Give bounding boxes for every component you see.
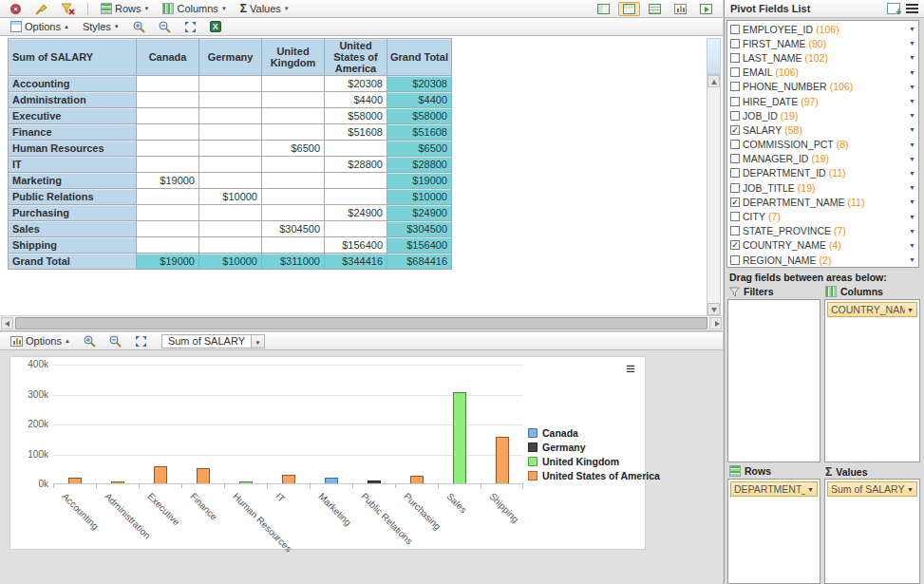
field-tag-dropdown-icon[interactable]: ▼	[807, 486, 814, 493]
field-dropdown-icon[interactable]: ▼	[909, 112, 915, 119]
pivot-row-header[interactable]: Administration	[9, 92, 137, 108]
field-row[interactable]: JOB_ID(19)▼	[727, 108, 918, 122]
field-row[interactable]: FIRST_NAME(90)▼	[727, 36, 918, 50]
field-tag[interactable]: COUNTRY_NAME▼	[827, 302, 917, 317]
pivot-row-header[interactable]: Accounting	[9, 76, 137, 92]
field-checkbox[interactable]	[730, 140, 740, 149]
field-checkbox[interactable]	[730, 82, 740, 91]
scroll-right-button[interactable]	[709, 317, 722, 330]
values-menu-button[interactable]: Σ Values ▼	[236, 0, 294, 17]
chart-zoom-in-button[interactable]	[79, 333, 101, 349]
field-row[interactable]: ✓SALARY(58)▼	[727, 122, 918, 137]
chart-zoom-out-button[interactable]	[104, 333, 126, 349]
field-checkbox[interactable]	[730, 168, 740, 178]
layout-horizontal-split-button[interactable]	[618, 2, 640, 16]
columns-drop-area[interactable]: COUNTRY_NAME▼	[824, 299, 920, 462]
zoom-out-button[interactable]	[154, 19, 176, 35]
field-row[interactable]: ✓COUNTRY_NAME(4)▼	[727, 238, 918, 253]
pivot-row-header[interactable]: Sales	[9, 221, 137, 237]
layout-chart-only-button[interactable]	[669, 2, 691, 16]
field-checkbox[interactable]	[730, 67, 740, 77]
field-checkbox[interactable]	[730, 183, 740, 193]
field-row[interactable]: PHONE_NUMBER(106)▼	[727, 80, 918, 94]
pivot-row-header[interactable]: Executive	[9, 108, 137, 124]
chart-resize-button[interactable]	[130, 333, 152, 349]
panel-menu-icon[interactable]	[906, 2, 918, 15]
scroll-left-button[interactable]	[1, 317, 13, 330]
add-field-icon[interactable]	[887, 3, 900, 14]
field-row[interactable]: LAST_NAME(102)▼	[727, 50, 918, 65]
field-tag-dropdown-icon[interactable]: ▼	[907, 307, 914, 313]
field-tag-dropdown-icon[interactable]: ▼	[907, 486, 914, 493]
field-dropdown-icon[interactable]: ▼	[909, 170, 915, 177]
styles-button[interactable]: Styles ▼	[78, 19, 124, 34]
clear-button[interactable]	[29, 1, 52, 17]
field-row[interactable]: REGION_NAME(2)▼	[727, 253, 918, 267]
chart-menu-icon[interactable]: ≡	[626, 361, 635, 377]
pivot-column-header[interactable]: Canada	[137, 39, 199, 76]
field-row[interactable]: COMMISSION_PCT(8)▼	[727, 138, 918, 152]
pivot-column-header[interactable]: United States of America	[325, 39, 387, 76]
measure-dropdown-button[interactable]: ▼	[251, 335, 264, 348]
refresh-button[interactable]	[6, 2, 26, 16]
field-checkbox[interactable]: ✓	[730, 125, 740, 135]
values-drop-area[interactable]: Sum of SALARY▼	[824, 479, 920, 584]
field-dropdown-icon[interactable]: ▼	[909, 184, 915, 191]
field-dropdown-icon[interactable]: ▼	[909, 98, 915, 104]
legend-item[interactable]: Germany	[528, 440, 660, 454]
field-checkbox[interactable]	[730, 25, 740, 34]
rows-menu-button[interactable]: Rows ▼	[96, 1, 154, 16]
field-dropdown-icon[interactable]: ▼	[909, 40, 915, 47]
field-dropdown-icon[interactable]: ▼	[909, 84, 915, 90]
field-dropdown-icon[interactable]: ▼	[909, 156, 915, 162]
field-dropdown-icon[interactable]: ▼	[909, 126, 915, 133]
zoom-in-button[interactable]	[128, 19, 150, 35]
field-row[interactable]: EMPLOYEE_ID(106)▼	[727, 22, 918, 36]
pivot-row-header[interactable]: Public Relations	[9, 189, 137, 205]
pivot-column-header[interactable]: Germany	[199, 39, 262, 76]
field-row[interactable]: STATE_PROVINCE(7)▼	[727, 224, 918, 238]
field-row[interactable]: EMAIL(106)▼	[727, 66, 918, 80]
export-excel-button[interactable]: X	[205, 19, 226, 34]
field-checkbox[interactable]	[730, 212, 740, 221]
pivot-row-header[interactable]: Finance	[9, 124, 137, 141]
pivot-row-header[interactable]: Grand Total	[9, 254, 137, 270]
field-row[interactable]: DEPARTMENT_ID(11)▼	[727, 166, 918, 180]
pivot-row-header[interactable]: Human Resources	[9, 141, 137, 157]
field-dropdown-icon[interactable]: ▼	[909, 228, 915, 235]
field-checkbox[interactable]	[730, 111, 740, 121]
field-checkbox[interactable]	[730, 97, 740, 106]
pivot-column-header[interactable]: United Kingdom	[262, 39, 325, 76]
scroll-down-button[interactable]	[707, 303, 720, 315]
legend-item[interactable]: United Kingdom	[528, 454, 660, 468]
clear-filter-button[interactable]	[56, 1, 80, 17]
field-checkbox[interactable]	[730, 39, 740, 48]
filters-drop-area[interactable]	[727, 299, 820, 462]
field-row[interactable]: JOB_TITLE(19)▼	[727, 180, 918, 195]
field-checkbox[interactable]: ✓	[730, 240, 740, 250]
table-horizontal-scrollbar[interactable]	[0, 315, 723, 330]
layout-vertical-split-button[interactable]	[593, 2, 614, 16]
field-tag[interactable]: DEPARTMENT_NAME▼	[730, 481, 818, 497]
field-dropdown-icon[interactable]: ▼	[909, 141, 915, 148]
field-dropdown-icon[interactable]: ▼	[909, 198, 915, 205]
field-row[interactable]: HIRE_DATE(97)▼	[727, 94, 918, 108]
chart-options-button[interactable]: Options ▲	[6, 333, 75, 349]
pivot-row-header[interactable]: Purchasing	[9, 205, 137, 221]
field-checkbox[interactable]	[730, 53, 740, 63]
pivot-row-header[interactable]: IT	[9, 157, 137, 173]
resize-button[interactable]	[179, 19, 201, 35]
pivot-row-header[interactable]: Shipping	[9, 237, 137, 254]
field-dropdown-icon[interactable]: ▼	[909, 214, 915, 220]
rows-drop-area[interactable]: DEPARTMENT_NAME▼	[727, 479, 820, 584]
field-dropdown-icon[interactable]: ▼	[909, 69, 915, 76]
field-row[interactable]: MANAGER_ID(19)▼	[727, 152, 918, 166]
field-checkbox[interactable]: ✓	[730, 198, 740, 207]
legend-item[interactable]: United States of America	[528, 468, 660, 482]
field-row[interactable]: ✓DEPARTMENT_NAME(11)▼	[727, 195, 918, 209]
field-row[interactable]: CITY(7)▼	[727, 209, 918, 223]
field-checkbox[interactable]	[730, 154, 740, 163]
legend-item[interactable]: Canada	[528, 425, 660, 440]
pivot-column-header[interactable]: Grand Total	[387, 39, 452, 76]
table-vertical-scrollbar[interactable]	[707, 38, 721, 316]
